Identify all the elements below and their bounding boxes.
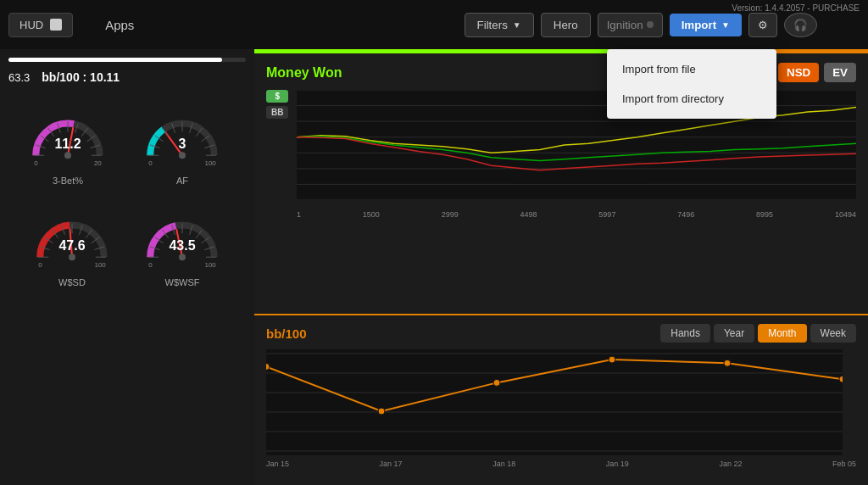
gauge-wwsf-label: W$WSF — [165, 277, 200, 287]
month-button[interactable]: Month — [758, 324, 806, 343]
gauge-wsd-canvas — [21, 198, 123, 274]
hud-square-icon — [50, 19, 62, 31]
gauge-af: AF — [127, 96, 237, 186]
week-button[interactable]: Week — [810, 324, 856, 343]
gauge-wsd-label: W$SD — [58, 277, 86, 287]
hands-button[interactable]: Hands — [660, 324, 710, 343]
dollar-switch-button[interactable]: $ — [266, 90, 288, 103]
progress-bar — [8, 58, 222, 62]
import-from-file-item[interactable]: Import from file — [607, 54, 776, 84]
ev-button[interactable]: EV — [824, 63, 856, 82]
ignition-button[interactable]: Ignition — [598, 13, 663, 37]
period-buttons: Hands Year Month Week — [660, 324, 856, 343]
import-caret-icon: ▼ — [721, 20, 730, 30]
gauge-wwsf: W$WSF — [131, 198, 233, 287]
apps-button[interactable]: Apps — [90, 13, 149, 37]
ignition-dot-icon — [647, 21, 654, 28]
money-won-title: Money Won — [266, 65, 342, 81]
bb100-canvas — [266, 349, 843, 455]
gauge-wsd: W$SD — [21, 198, 123, 287]
bottom-chart-section: bb/100 Hands Year Month Week Jan 15 Jan … — [254, 315, 868, 485]
hud-label: HUD — [19, 19, 43, 31]
gauge-wwsf-canvas — [131, 198, 233, 274]
top-bar: HUD Apps Version: 1.4.4.2057 - PURCHASE … — [0, 0, 868, 49]
gauge-3bet-canvas — [17, 96, 119, 172]
top-controls: Filters ▼ Hero Ignition Import ▼ ⚙ 🎧 — [465, 13, 817, 37]
import-dropdown: Import from file Import from directory — [607, 49, 776, 119]
bottom-chart-header: bb/100 Hands Year Month Week — [266, 324, 856, 343]
left-panel: 63.3 bb/100 : 10.11 3-Bet% AF W$SD — [0, 49, 254, 485]
y-switch: $ BB — [266, 90, 288, 119]
bb100-x-labels: Jan 15 Jan 17 Jan 18 Jan 19 Jan 22 Feb 0… — [266, 460, 856, 468]
chart-x-labels: 1 1500 2999 4498 5997 7496 8995 10494 — [297, 210, 856, 219]
hud-button[interactable]: HUD — [8, 13, 73, 37]
stats-row: 63.3 bb/100 : 10.11 — [8, 70, 246, 84]
bb-switch-button[interactable]: BB — [266, 106, 288, 119]
nsd-button[interactable]: NSD — [778, 63, 819, 82]
bb100-chart-area: Jan 15 Jan 17 Jan 18 Jan 19 Jan 22 Feb 0… — [266, 349, 856, 460]
headset-button[interactable]: 🎧 — [784, 13, 817, 37]
hero-button[interactable]: Hero — [541, 13, 591, 37]
gear-button[interactable]: ⚙ — [748, 13, 777, 37]
bb-stat: bb/100 : 10.11 — [42, 70, 120, 84]
import-from-directory-item[interactable]: Import from directory — [607, 84, 776, 114]
gauge-3bet: 3-Bet% — [17, 96, 119, 186]
gauge-af-canvas — [127, 96, 237, 172]
year-button[interactable]: Year — [714, 324, 754, 343]
filters-button[interactable]: Filters ▼ — [465, 13, 534, 37]
version-text: Version: 1.4.4.2057 - PURCHASE — [732, 3, 860, 13]
import-button[interactable]: Import ▼ — [670, 14, 742, 36]
gauge-af-label: AF — [176, 176, 188, 186]
filters-caret-icon: ▼ — [513, 20, 521, 30]
gauges-row-1: 3-Bet% AF — [8, 96, 246, 186]
bb100-title: bb/100 — [266, 326, 307, 341]
gauges-row-2: W$SD W$WSF — [8, 198, 246, 287]
stat1-value: 63.3 — [8, 71, 30, 84]
gauge-3bet-label: 3-Bet% — [53, 176, 83, 186]
progress-bar-container — [8, 58, 246, 62]
